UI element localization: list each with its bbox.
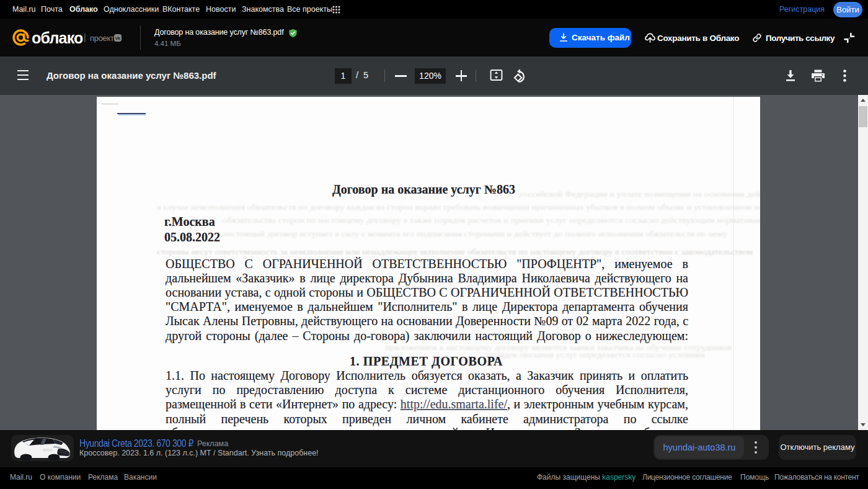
svg-text:vk: vk [115, 36, 120, 40]
